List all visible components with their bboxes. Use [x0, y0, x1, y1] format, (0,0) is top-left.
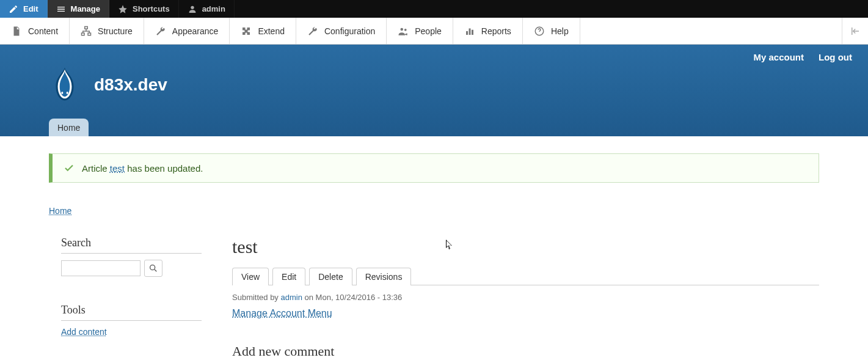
pencil-icon — [9, 4, 18, 14]
svg-rect-6 — [466, 31, 468, 35]
menu-reports[interactable]: Reports — [453, 18, 523, 44]
svg-point-0 — [191, 6, 194, 9]
wrench-icon — [307, 26, 318, 37]
toolbar-user-label: admin — [202, 4, 225, 13]
my-account-link[interactable]: My account — [754, 52, 804, 62]
svg-rect-3 — [88, 33, 91, 35]
star-icon — [118, 4, 128, 14]
comment-heading: Add new comment — [232, 343, 819, 359]
menu-content[interactable]: Content — [0, 18, 70, 44]
toolbar-shortcuts[interactable]: Shortcuts — [109, 0, 179, 18]
tab-view[interactable]: View — [232, 268, 269, 285]
search-form — [61, 260, 202, 277]
menu-extend-label: Extend — [258, 26, 285, 36]
breadcrumb-home[interactable]: Home — [49, 206, 71, 216]
admin-toolbar-primary: Edit Manage Shortcuts admin — [0, 0, 868, 18]
manage-account-menu-link[interactable]: Manage Account Menu — [232, 308, 332, 318]
site-brand: d83x.dev — [0, 62, 868, 103]
status-link[interactable]: test — [110, 163, 125, 174]
page-title: test — [232, 237, 819, 257]
puzzle-icon — [241, 26, 252, 37]
node-body: Manage Account Menu — [232, 308, 819, 319]
status-text: Article test has been updated. — [82, 163, 203, 174]
help-icon — [534, 26, 545, 37]
wrench-icon — [155, 26, 166, 37]
svg-point-11 — [67, 92, 68, 94]
menu-appearance[interactable]: Appearance — [144, 18, 230, 44]
svg-rect-8 — [472, 29, 473, 34]
tab-delete[interactable]: Delete — [309, 268, 352, 285]
toolbar-edit[interactable]: Edit — [0, 0, 48, 18]
status-message: Article test has been updated. — [49, 153, 819, 183]
tab-edit[interactable]: Edit — [272, 268, 305, 285]
people-icon — [398, 26, 409, 37]
toolbar-spacer — [580, 18, 842, 44]
toolbar-collapse[interactable] — [842, 18, 868, 44]
menu-configuration[interactable]: Configuration — [296, 18, 387, 44]
svg-point-10 — [61, 92, 63, 94]
svg-point-12 — [150, 265, 155, 270]
menu-structure-label: Structure — [98, 26, 133, 36]
bar-chart-icon — [464, 26, 475, 37]
submitted-author[interactable]: admin — [281, 293, 302, 302]
breadcrumb: Home — [49, 206, 819, 216]
site-header: My account Log out d83x.dev Home — [0, 45, 868, 136]
admin-toolbar-secondary: Content Structure Appearance Extend Conf… — [0, 18, 868, 45]
menu-configuration-label: Configuration — [324, 26, 375, 36]
menu-help[interactable]: Help — [523, 18, 580, 44]
search-icon — [148, 263, 158, 273]
site-name[interactable]: d83x.dev — [94, 75, 167, 95]
menu-extend[interactable]: Extend — [230, 18, 296, 44]
tab-home[interactable]: Home — [49, 119, 89, 136]
submitted-line: Submitted by admin on Mon, 10/24/2016 - … — [232, 293, 819, 302]
svg-rect-2 — [82, 33, 85, 35]
user-icon — [188, 4, 197, 14]
toolbar-edit-label: Edit — [23, 4, 38, 13]
submitted-prefix: Submitted by — [232, 293, 281, 302]
toolbar-manage-label: Manage — [71, 4, 100, 13]
add-content-link[interactable]: Add content — [61, 327, 107, 337]
toolbar-shortcuts-label: Shortcuts — [133, 4, 170, 13]
tools-block: Tools Add content — [61, 304, 202, 337]
sidebar: Search Tools Add content — [49, 237, 202, 359]
menu-content-label: Content — [28, 26, 58, 36]
search-button[interactable] — [144, 260, 162, 277]
check-icon — [64, 163, 75, 174]
menu-structure[interactable]: Structure — [70, 18, 144, 44]
log-out-link[interactable]: Log out — [819, 52, 852, 62]
drupal-logo-icon — [49, 67, 81, 103]
menu-appearance-label: Appearance — [172, 26, 219, 36]
menu-people-label: People — [415, 26, 442, 36]
search-heading: Search — [61, 237, 202, 254]
status-prefix: Article — [82, 163, 110, 174]
local-tasks: View Edit Delete Revisions — [232, 267, 819, 285]
svg-point-5 — [404, 28, 407, 31]
structure-icon — [81, 26, 92, 37]
submitted-suffix: on Mon, 10/24/2016 - 13:36 — [302, 293, 402, 302]
menu-help-label: Help — [551, 26, 569, 36]
hamburger-icon — [56, 4, 66, 14]
user-menu: My account Log out — [0, 45, 868, 62]
toolbar-manage[interactable]: Manage — [48, 0, 109, 18]
tab-revisions[interactable]: Revisions — [356, 268, 412, 285]
primary-tabs: Home — [0, 103, 868, 136]
file-icon — [11, 26, 22, 37]
tools-heading: Tools — [61, 304, 202, 321]
collapse-icon — [850, 26, 861, 37]
status-suffix: has been updated. — [125, 163, 203, 174]
search-input[interactable] — [61, 260, 140, 276]
menu-reports-label: Reports — [481, 26, 511, 36]
menu-people[interactable]: People — [387, 18, 453, 44]
toolbar-user[interactable]: admin — [179, 0, 235, 18]
svg-point-4 — [401, 28, 404, 31]
svg-rect-1 — [85, 26, 88, 29]
svg-rect-7 — [469, 28, 470, 35]
content-wrap: Article test has been updated. Home Sear… — [0, 136, 868, 359]
main-content: test View Edit Delete Revisions Submitte… — [232, 237, 819, 359]
